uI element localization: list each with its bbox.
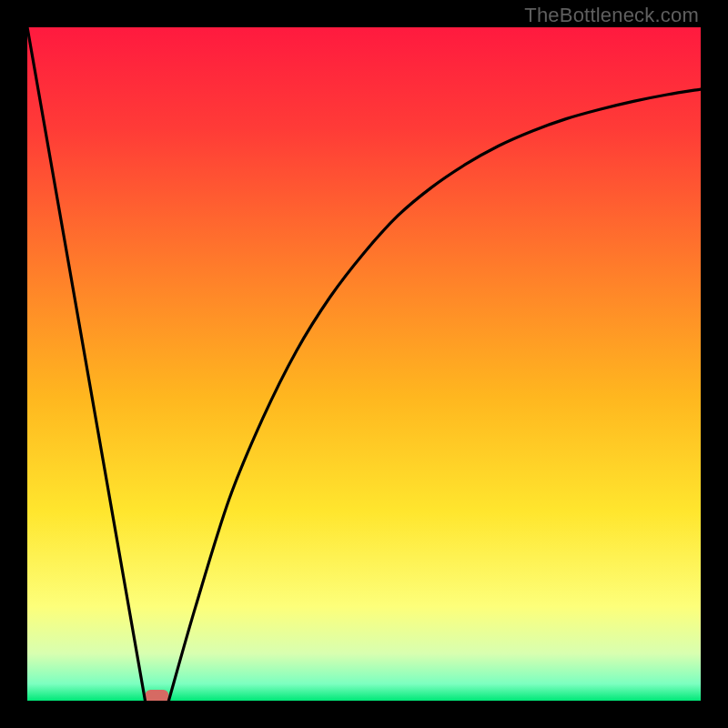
attribution-text: TheBottleneck.com — [524, 4, 699, 27]
plot-frame — [27, 27, 701, 701]
bottleneck-chart — [27, 27, 701, 701]
optimal-marker — [146, 690, 169, 701]
